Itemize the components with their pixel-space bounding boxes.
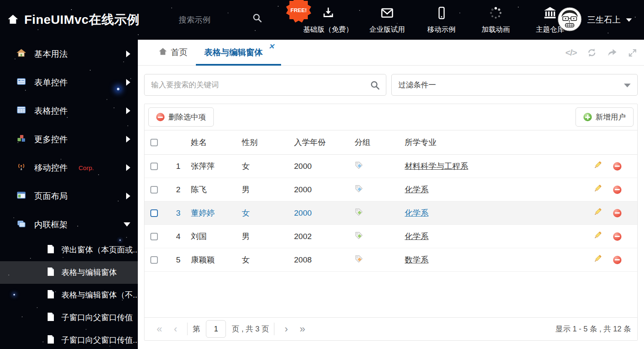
table-row[interactable]: 4 刘国 男 2002 化学系 bbox=[145, 225, 637, 248]
nav-item-label: 基础版（免费） bbox=[303, 25, 353, 34]
sidebar-item-grid-controls[interactable]: 表格控件 bbox=[0, 97, 138, 125]
header-search-input[interactable] bbox=[179, 13, 248, 28]
cell-group bbox=[348, 178, 398, 201]
brand[interactable]: FineUIMvc在线示例 bbox=[8, 0, 140, 40]
delete-icon[interactable] bbox=[613, 186, 621, 194]
sidebar-item-form-controls[interactable]: 表单控件 bbox=[0, 68, 138, 97]
last-page-button[interactable]: » bbox=[294, 324, 311, 334]
close-icon[interactable]: ✕ bbox=[269, 43, 274, 50]
select-all-checkbox[interactable] bbox=[150, 139, 158, 146]
major-link[interactable]: 数学系 bbox=[405, 255, 428, 264]
edit-icon[interactable] bbox=[593, 184, 602, 195]
chevron-right-icon bbox=[126, 51, 130, 57]
nav-item-mobile-demo[interactable]: 移动示例 bbox=[421, 6, 461, 34]
major-link[interactable]: 化学系 bbox=[405, 232, 428, 241]
keyword-searchbox bbox=[144, 74, 386, 96]
first-page-button[interactable]: « bbox=[151, 324, 168, 334]
sidebar-item-label: 移动控件 bbox=[34, 162, 68, 173]
minus-circle-icon bbox=[156, 113, 165, 121]
edit-icon[interactable] bbox=[593, 231, 602, 242]
main-area: 首页 表格与编辑窗体 ✕ </> bbox=[138, 40, 644, 349]
add-user-button[interactable]: 新增用户 bbox=[576, 107, 634, 127]
edit-icon[interactable] bbox=[593, 254, 602, 265]
expand-icon[interactable] bbox=[628, 48, 637, 58]
delete-icon[interactable] bbox=[613, 256, 621, 264]
page-input[interactable] bbox=[206, 320, 226, 338]
col-group: 分组 bbox=[348, 130, 398, 155]
sidebar-item-page-layout[interactable]: 页面布局 bbox=[0, 182, 138, 210]
cell-name: 董婷婷 bbox=[185, 201, 236, 225]
major-link[interactable]: 化学系 bbox=[405, 185, 428, 194]
cell-year: 2000 bbox=[288, 178, 348, 201]
row-checkbox[interactable] bbox=[150, 186, 158, 194]
free-badge: FREE! bbox=[286, 0, 312, 23]
sidebar-subitem-popup-window[interactable]: 弹出窗体（本页面或... bbox=[0, 239, 138, 261]
refresh-icon[interactable] bbox=[587, 48, 597, 58]
file-icon bbox=[47, 335, 55, 346]
tab-tools: </> bbox=[565, 40, 637, 66]
chevron-right-icon bbox=[126, 107, 130, 114]
cell-gender: 女 bbox=[236, 155, 288, 178]
table-row[interactable]: 5 康颖颖 女 2008 数学系 bbox=[145, 248, 637, 272]
sidebar-subitem-child-to-parent-2[interactable]: 子窗口向父窗口传值... bbox=[0, 329, 138, 349]
table-row[interactable]: 3 董婷婷 女 2000 化学系 bbox=[145, 201, 637, 225]
spinner-icon bbox=[489, 6, 503, 22]
blocks-icon bbox=[17, 134, 26, 145]
search-icon[interactable] bbox=[370, 80, 380, 92]
user-menu[interactable]: 三生石上 bbox=[558, 0, 632, 40]
chevron-right-icon bbox=[126, 164, 130, 171]
tab-grid-edit-window[interactable]: 表格与编辑窗体 ✕ bbox=[196, 40, 281, 65]
major-link[interactable]: 材料科学与工程系 bbox=[405, 162, 468, 171]
keyword-search-input[interactable] bbox=[145, 74, 386, 95]
row-checkbox[interactable] bbox=[150, 163, 158, 170]
sidebar-item-label: 表单控件 bbox=[34, 77, 118, 88]
sidebar-item-mobile-controls[interactable]: 移动控件 Corp. bbox=[0, 153, 138, 182]
app-header: FineUIMvc在线示例 FREE! 基础版（免费） 企业版试用 移动示例 bbox=[0, 0, 644, 40]
search-icon[interactable] bbox=[252, 13, 262, 25]
nav-item-label: 移动示例 bbox=[427, 25, 456, 34]
share-icon[interactable] bbox=[607, 48, 618, 58]
row-number: 1 bbox=[169, 155, 185, 178]
col-row-number bbox=[169, 130, 185, 155]
tab-home[interactable]: 首页 bbox=[150, 40, 196, 65]
row-checkbox[interactable] bbox=[150, 209, 158, 217]
cell-name: 刘国 bbox=[185, 225, 236, 248]
tag-icon bbox=[355, 255, 363, 263]
table-row[interactable]: 2 陈飞 男 2000 化学系 bbox=[145, 178, 637, 201]
delete-icon[interactable] bbox=[613, 209, 621, 217]
edit-icon[interactable] bbox=[593, 207, 602, 219]
layout-icon bbox=[17, 191, 26, 202]
table-row[interactable]: 1 张萍萍 女 2000 材料科学与工程系 bbox=[145, 155, 637, 178]
sidebar-subitem-grid-edit-window-2[interactable]: 表格与编辑窗体（不... bbox=[0, 284, 138, 306]
prev-page-button[interactable]: ‹ bbox=[168, 324, 183, 334]
sidebar-item-label: 页面布局 bbox=[34, 191, 118, 202]
major-link[interactable]: 化学系 bbox=[405, 209, 428, 217]
sidebar-subitem-child-to-parent[interactable]: 子窗口向父窗口传值 bbox=[0, 306, 138, 329]
free-badge-label: FREE! bbox=[286, 0, 312, 23]
sidebar-item-inline-frames[interactable]: 内联框架 bbox=[0, 210, 138, 239]
cell-gender: 男 bbox=[236, 225, 288, 248]
delete-icon[interactable] bbox=[613, 162, 621, 171]
table-header-row: 姓名 性别 入学年份 分组 所学专业 bbox=[145, 130, 637, 155]
cell-name: 陈飞 bbox=[185, 178, 236, 201]
delete-selected-button[interactable]: 删除选中项 bbox=[148, 107, 214, 127]
cell-group bbox=[348, 155, 398, 178]
pagination-bar: « ‹ 第 页 , 共 3 页 › » 显示 1 - 5 条 , 共 12 条 bbox=[145, 317, 637, 340]
chevron-down-icon bbox=[624, 84, 631, 87]
edit-icon[interactable] bbox=[593, 160, 602, 172]
sidebar-subitem-grid-edit-window[interactable]: 表格与编辑窗体 bbox=[0, 261, 138, 284]
nav-item-loading-animations[interactable]: 加载动画 bbox=[476, 6, 516, 34]
nav-item-enterprise-trial[interactable]: 企业版试用 bbox=[367, 6, 407, 34]
col-name: 姓名 bbox=[185, 130, 236, 155]
sidebar-item-basic-usage[interactable]: 基本用法 bbox=[0, 40, 138, 68]
caret-down-icon bbox=[626, 18, 632, 22]
bank-icon bbox=[543, 6, 557, 22]
row-checkbox[interactable] bbox=[150, 256, 158, 264]
page-content: 过滤条件一 删除选中项 新增用户 bbox=[138, 66, 644, 349]
filter-dropdown[interactable]: 过滤条件一 bbox=[391, 74, 638, 96]
row-checkbox[interactable] bbox=[150, 233, 158, 240]
delete-icon[interactable] bbox=[613, 232, 621, 241]
sidebar-item-more-controls[interactable]: 更多控件 bbox=[0, 125, 138, 153]
next-page-button[interactable]: › bbox=[279, 324, 294, 334]
code-icon[interactable]: </> bbox=[565, 48, 577, 58]
